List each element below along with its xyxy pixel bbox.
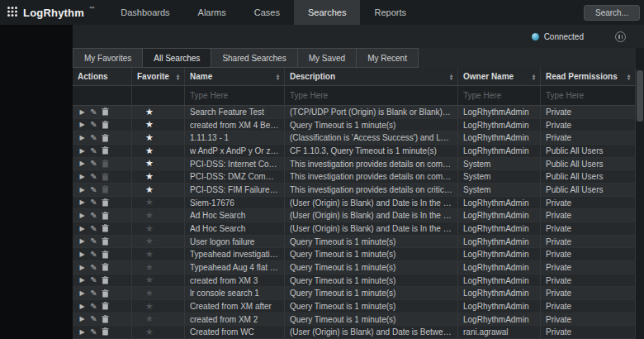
edit-icon[interactable]: ✎: [89, 327, 98, 337]
nav-item-cases[interactable]: Cases: [240, 0, 294, 25]
sort-icon-owner-name[interactable]: ▴▾: [533, 74, 535, 80]
search-name[interactable]: created from XM 2: [185, 313, 285, 326]
edit-icon[interactable]: ✎: [89, 314, 98, 323]
tab-my-recent[interactable]: My Recent: [357, 48, 419, 68]
edit-icon[interactable]: ✎: [89, 263, 98, 272]
edit-icon[interactable]: ✎: [89, 107, 98, 117]
favorite-star-icon[interactable]: ★: [145, 198, 154, 207]
search-name[interactable]: Created from XM after: [185, 300, 285, 313]
run-search-icon[interactable]: ▶: [78, 276, 87, 284]
trash-icon[interactable]: [101, 224, 110, 232]
scrollbar-thumb[interactable]: [637, 70, 643, 122]
run-search-icon[interactable]: ▶: [78, 108, 87, 116]
edit-icon[interactable]: ✎: [89, 250, 98, 259]
search-name[interactable]: Siem-17676: [185, 197, 285, 209]
run-search-icon[interactable]: ▶: [78, 134, 87, 141]
edit-icon[interactable]: ✎: [89, 120, 98, 129]
favorite-star-icon[interactable]: ★: [145, 236, 154, 246]
run-search-icon[interactable]: ▶: [78, 212, 87, 219]
owner-filter-input[interactable]: [463, 91, 535, 100]
trash-icon[interactable]: [101, 198, 110, 207]
edit-icon[interactable]: ✎: [89, 133, 98, 142]
search-name[interactable]: Ad Hoc Search: [185, 222, 285, 235]
edit-icon[interactable]: ✎: [89, 185, 98, 194]
sort-icon-read-permissions[interactable]: ▴▾: [627, 74, 630, 80]
column-header-owner-name[interactable]: Owner Name ▴▾: [458, 68, 541, 85]
nav-item-reports[interactable]: Reports: [360, 0, 420, 25]
table-row[interactable]: ▶ ✎ ★ Search Feature Test (TCP/UDP Port …: [73, 106, 636, 119]
table-row[interactable]: ▶ ✎ ★ w AndP x AndP y Or z 1.1... CF 1.1…: [73, 145, 636, 158]
trash-icon[interactable]: [101, 107, 110, 116]
trash-icon[interactable]: [101, 185, 110, 193]
tab-my-favorites[interactable]: My Favorites: [73, 48, 143, 68]
sort-icon-favorite[interactable]: ▴▾: [177, 74, 179, 80]
favorite-star-icon[interactable]: ★: [145, 327, 154, 337]
table-row[interactable]: ▶ ✎ ★ Typeahead Aug 4 flat file Query Ti…: [73, 261, 636, 275]
run-search-icon[interactable]: ▶: [78, 289, 87, 297]
pause-icon[interactable]: [615, 31, 626, 42]
favorite-star-icon[interactable]: ★: [145, 275, 154, 284]
search-name[interactable]: Ad Hoc Search: [185, 209, 285, 222]
search-name[interactable]: Search Feature Test: [185, 106, 285, 118]
run-search-icon[interactable]: ▶: [78, 225, 87, 232]
run-search-icon[interactable]: ▶: [78, 264, 87, 271]
table-row[interactable]: ▶ ✎ ★ lr console search 1 Query Timeout …: [73, 287, 636, 300]
table-row[interactable]: ▶ ✎ ★ Ad Hoc Search (User (Origin) is Bl…: [73, 209, 636, 222]
edit-icon[interactable]: ✎: [89, 302, 98, 311]
favorite-star-icon[interactable]: ★: [145, 224, 154, 233]
run-search-icon[interactable]: ▶: [78, 147, 87, 155]
favorite-star-icon[interactable]: ★: [145, 146, 154, 155]
tab-shared-searches[interactable]: Shared Searches: [211, 48, 297, 68]
search-name[interactable]: PCI-DSS: FIM Failure Detail: [185, 184, 285, 196]
run-search-icon[interactable]: ▶: [78, 328, 87, 336]
trash-icon[interactable]: [101, 237, 110, 246]
run-search-icon[interactable]: ▶: [78, 303, 87, 310]
favorite-star-icon[interactable]: ★: [145, 211, 154, 220]
run-search-icon[interactable]: ▶: [78, 198, 87, 206]
search-name[interactable]: Created from WC: [185, 326, 285, 338]
search-name[interactable]: User logon failure: [185, 236, 285, 248]
table-row[interactable]: ▶ ✎ ★ User logon failure Query Timeout i…: [73, 236, 636, 249]
search-name[interactable]: 1.11.13 - 1: [185, 131, 285, 144]
run-search-icon[interactable]: ▶: [78, 121, 87, 128]
run-search-icon[interactable]: ▶: [78, 315, 87, 322]
table-row[interactable]: ▶ ✎ ★ Created from XM after Query Timeou…: [73, 300, 636, 313]
trash-icon[interactable]: [101, 121, 110, 129]
favorite-star-icon[interactable]: ★: [145, 172, 154, 181]
run-search-icon[interactable]: ▶: [78, 251, 87, 258]
table-row[interactable]: ▶ ✎ ★ created from XM 2 Query Timeout is…: [73, 313, 636, 327]
favorite-star-icon[interactable]: ★: [145, 185, 154, 194]
edit-icon[interactable]: ✎: [89, 146, 98, 155]
favorite-star-icon[interactable]: ★: [145, 263, 154, 272]
trash-icon[interactable]: [101, 263, 110, 271]
trash-icon[interactable]: [101, 160, 110, 168]
favorite-star-icon[interactable]: ★: [145, 289, 154, 298]
sort-icon-description[interactable]: ▴▾: [450, 74, 452, 80]
search-name[interactable]: Typeahead Aug 4 flat file: [185, 261, 285, 274]
table-row[interactable]: ▶ ✎ ★ 1.11.13 - 1 (Classification is 'Ac…: [73, 131, 636, 145]
permissions-filter-input[interactable]: [546, 91, 630, 100]
favorite-star-icon[interactable]: ★: [145, 159, 154, 168]
name-filter-input[interactable]: [190, 91, 279, 100]
nav-item-searches[interactable]: Searches: [294, 0, 360, 25]
favorite-star-icon[interactable]: ★: [145, 107, 154, 117]
column-header-description[interactable]: Description ▴▾: [285, 68, 458, 85]
nav-item-alarms[interactable]: Alarms: [184, 0, 240, 25]
edit-icon[interactable]: ✎: [89, 159, 98, 168]
tab-all-searches[interactable]: All Searches: [143, 48, 211, 68]
global-search-button[interactable]: Search...: [584, 5, 640, 21]
trash-icon[interactable]: [101, 173, 110, 181]
run-search-icon[interactable]: ▶: [78, 160, 87, 167]
table-row[interactable]: ▶ ✎ ★ PCI-DSS: DMZ Communic... This inve…: [73, 170, 636, 184]
table-row[interactable]: ▶ ✎ ★ Typeahead investigation ... Query …: [73, 248, 636, 261]
table-row[interactable]: ▶ ✎ ★ PCI-DSS: Internet Comm... This inv…: [73, 158, 636, 171]
run-search-icon[interactable]: ▶: [78, 237, 87, 245]
search-name[interactable]: PCI-DSS: DMZ Communic...: [185, 170, 285, 183]
favorite-star-icon[interactable]: ★: [145, 314, 154, 323]
run-search-icon[interactable]: ▶: [78, 186, 87, 193]
trash-icon[interactable]: [101, 289, 110, 298]
trash-icon[interactable]: [101, 327, 110, 336]
table-row[interactable]: ▶ ✎ ★ created from XM 3 Query Timeout is…: [73, 275, 636, 288]
trash-icon[interactable]: [101, 212, 110, 220]
trash-icon[interactable]: [101, 276, 110, 284]
